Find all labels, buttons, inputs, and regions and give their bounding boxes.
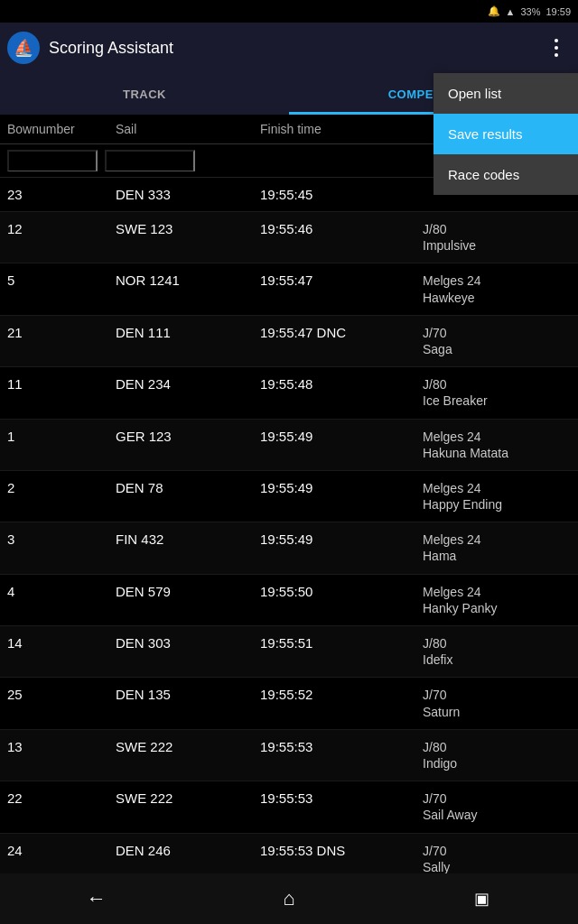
table-row[interactable]: 1 GER 123 19:55:49 Melges 24Hakuna Matat…: [0, 420, 578, 471]
cell-finish-time: 19:55:48: [260, 376, 423, 392]
cell-finish-time: 19:55:51: [260, 635, 423, 651]
table-row[interactable]: 14 DEN 303 19:55:51 J/80Idefix: [0, 626, 578, 678]
back-icon: ←: [87, 887, 107, 910]
cell-bow: 5: [7, 273, 116, 288]
cell-class: J/70: [423, 688, 446, 702]
cell-boatname: Hanky Panky: [423, 601, 497, 615]
cell-info: J/70Saga: [423, 325, 571, 357]
header-sail: Sail: [116, 122, 260, 136]
cell-class: Melges 24: [423, 273, 481, 288]
recent-apps-button[interactable]: ▣: [454, 881, 508, 917]
cell-sail: FIN 432: [116, 531, 260, 547]
cell-bow: 25: [7, 687, 116, 702]
table-row[interactable]: 11 DEN 234 19:55:48 J/80Ice Breaker: [0, 367, 578, 419]
table-row[interactable]: 12 SWE 123 19:55:46 J/80Impulsive: [0, 212, 578, 263]
cell-sail: DEN 333: [116, 187, 260, 202]
overflow-menu-button[interactable]: [542, 33, 571, 62]
cell-finish-time: 19:55:52: [260, 687, 423, 702]
app-logo: ⛵: [7, 32, 40, 64]
cell-bow: 23: [7, 187, 116, 202]
dropdown-item-race-codes[interactable]: Race codes: [434, 154, 578, 195]
cell-sail: DEN 234: [116, 376, 260, 392]
tab-track[interactable]: TRACK: [0, 73, 289, 115]
dropdown-menu: Open list Save results Race codes: [434, 73, 578, 195]
cell-bow: 24: [7, 843, 116, 858]
cell-class: Melges 24: [423, 430, 481, 444]
notification-icon: 🔔: [488, 5, 500, 17]
cell-boatname: Happy Ending: [423, 497, 502, 512]
cell-sail: GER 123: [116, 429, 260, 444]
cell-finish-time: 19:55:49: [260, 531, 423, 547]
overflow-dot-2: [555, 46, 558, 50]
cell-info: Melges 24Hakuna Matata: [423, 429, 571, 461]
table-row[interactable]: 25 DEN 135 19:55:52 J/70Saturn: [0, 678, 578, 729]
cell-finish-time: 19:55:53 DNS: [260, 843, 423, 858]
cell-sail: SWE 222: [116, 739, 260, 754]
cell-info: J/80Ice Breaker: [423, 376, 571, 409]
cell-info: J/80Indigo: [423, 739, 571, 772]
header-bownumber: Bownumber: [7, 122, 116, 136]
back-button[interactable]: ←: [70, 881, 124, 917]
recent-apps-icon: ▣: [474, 889, 489, 909]
cell-class: Melges 24: [423, 481, 481, 495]
cell-boatname: Indigo: [423, 756, 457, 771]
app-title: Scoring Assistant: [49, 39, 533, 58]
cell-class: J/80: [423, 377, 446, 392]
cell-class: J/70: [423, 791, 446, 806]
cell-class: J/80: [423, 740, 446, 754]
cell-boatname: Hakuna Matata: [423, 446, 508, 460]
table-row[interactable]: 24 DEN 246 19:55:53 DNS J/70Sally: [0, 834, 578, 874]
cell-sail: NOR 1241: [116, 273, 260, 288]
header-finish-time: Finish time: [260, 122, 423, 136]
cell-info: J/70Saturn: [423, 687, 571, 719]
cell-info: J/70Sally: [423, 843, 571, 874]
cell-class: Melges 24: [423, 532, 481, 547]
overflow-dot-3: [555, 53, 558, 57]
cell-class: Melges 24: [423, 585, 481, 599]
cell-boatname: Hawkeye: [423, 291, 475, 305]
filter-sail-input[interactable]: [105, 150, 195, 171]
cell-finish-time: 19:55:53: [260, 739, 423, 754]
cell-class: J/80: [423, 222, 446, 236]
cell-info: J/80Idefix: [423, 635, 571, 668]
cell-class: J/70: [423, 844, 446, 858]
dropdown-item-save-results[interactable]: Save results: [434, 114, 578, 154]
cell-info: Melges 24Hama: [423, 531, 571, 564]
cell-finish-time: 19:55:45: [260, 187, 423, 202]
cell-bow: 14: [7, 635, 116, 651]
time-text: 19:59: [545, 6, 571, 17]
cell-boatname: Impulsive: [423, 238, 476, 253]
cell-sail: SWE 123: [116, 221, 260, 236]
cell-boatname: Saga: [423, 342, 452, 356]
cell-finish-time: 19:55:49: [260, 480, 423, 495]
filter-bownumber-input[interactable]: [7, 150, 98, 171]
logo-icon: ⛵: [14, 38, 33, 58]
cell-bow: 1: [7, 429, 116, 444]
table-row[interactable]: 13 SWE 222 19:55:53 J/80Indigo: [0, 730, 578, 781]
cell-bow: 12: [7, 221, 116, 236]
table-row[interactable]: 21 DEN 111 19:55:47 DNC J/70Saga: [0, 316, 578, 367]
cell-info: Melges 24Hawkeye: [423, 273, 571, 305]
cell-sail: DEN 246: [116, 843, 260, 858]
table-row[interactable]: 4 DEN 579 19:55:50 Melges 24Hanky Panky: [0, 575, 578, 626]
table-row[interactable]: 5 NOR 1241 19:55:47 Melges 24Hawkeye: [0, 263, 578, 315]
table-row[interactable]: 22 SWE 222 19:55:53 J/70Sail Away: [0, 781, 578, 833]
table-row[interactable]: 2 DEN 78 19:55:49 Melges 24Happy Ending: [0, 471, 578, 522]
nav-bar: ← ⌂ ▣: [0, 873, 578, 924]
status-bar: 🔔 ▲ 33% 19:59: [0, 0, 578, 23]
cell-class: J/80: [423, 636, 446, 651]
app-bar: ⛵ Scoring Assistant: [0, 23, 578, 73]
cell-info: J/80Impulsive: [423, 221, 571, 254]
cell-class: J/70: [423, 326, 446, 340]
cell-bow: 21: [7, 325, 116, 340]
cell-finish-time: 19:55:49: [260, 429, 423, 444]
table-row[interactable]: 3 FIN 432 19:55:49 Melges 24Hama: [0, 522, 578, 574]
cell-sail: DEN 111: [116, 325, 260, 340]
table-body: 23 DEN 333 19:55:45 12 SWE 123 19:55:46 …: [0, 178, 578, 873]
home-button[interactable]: ⌂: [262, 881, 316, 917]
dropdown-item-open-list[interactable]: Open list: [434, 73, 578, 114]
tab-track-label: TRACK: [123, 88, 166, 101]
cell-bow: 4: [7, 584, 116, 599]
overflow-dot-1: [555, 39, 558, 42]
cell-bow: 13: [7, 739, 116, 754]
